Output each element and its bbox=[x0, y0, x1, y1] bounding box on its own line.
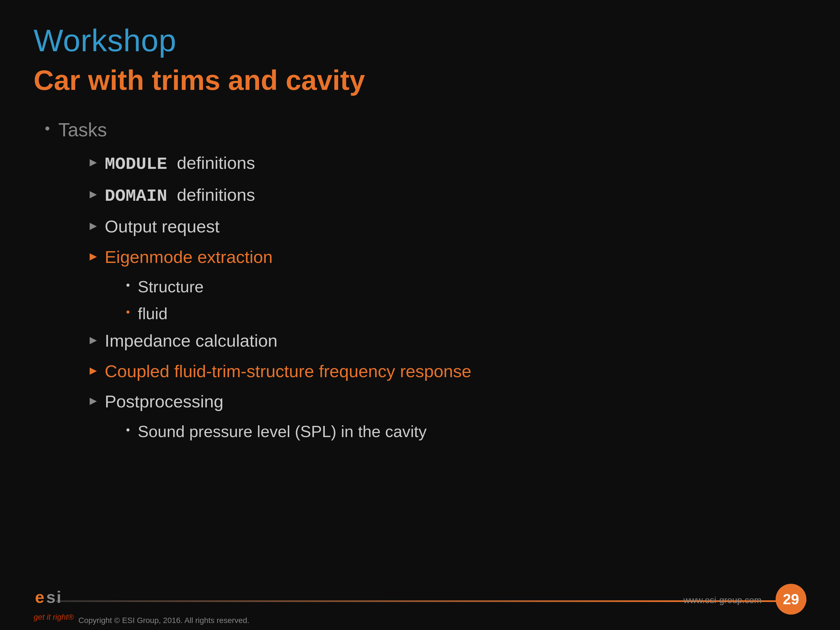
list-item: ▸ Postprocessing bbox=[90, 390, 807, 413]
list-item: ▸ Eigenmode extraction bbox=[90, 246, 807, 268]
list-item: ▸ Output request bbox=[90, 215, 807, 238]
fluid-text: fluid bbox=[138, 303, 167, 324]
list-item: ▸ Coupled fluid-trim-structure frequency… bbox=[90, 360, 807, 383]
list-item: ▸ MODULE definitions bbox=[90, 152, 807, 176]
list-item: • fluid bbox=[126, 303, 807, 324]
tasks-label: Tasks bbox=[58, 119, 107, 141]
slide-subtitle: Car with trims and cavity bbox=[33, 64, 807, 96]
item-eigenmode-text: Eigenmode extraction bbox=[105, 246, 273, 268]
logo-tagline: get it right® bbox=[33, 613, 74, 622]
circle-bullet-orange-icon: • bbox=[126, 306, 130, 317]
list-item: ▸ DOMAIN definitions bbox=[90, 184, 807, 208]
footer-website: www.esi-group.com bbox=[684, 595, 762, 605]
arrow-icon: ▸ bbox=[90, 184, 97, 203]
svg-text:i: i bbox=[57, 588, 61, 606]
svg-text:e: e bbox=[35, 588, 44, 606]
arrow-icon: ▸ bbox=[90, 246, 97, 265]
arrow-icon: ▸ bbox=[90, 152, 97, 171]
page-number-badge: 29 bbox=[775, 584, 807, 614]
tasks-bullet-icon: • bbox=[45, 121, 50, 136]
item-impedance-text: Impedance calculation bbox=[105, 330, 278, 352]
keyword-domain: DOMAIN bbox=[105, 186, 167, 206]
item-postprocessing-text: Postprocessing bbox=[105, 390, 223, 413]
arrow-icon: ▸ bbox=[90, 216, 97, 235]
page-number: 29 bbox=[783, 591, 799, 608]
slide-title: Workshop bbox=[33, 22, 807, 58]
arrow-icon: ▸ bbox=[90, 391, 97, 410]
circle-bullet-icon: • bbox=[126, 424, 130, 436]
esi-logo-svg: e s i bbox=[33, 587, 70, 613]
list-item: • Sound pressure level (SPL) in the cavi… bbox=[126, 421, 807, 442]
circle-bullet-icon: • bbox=[126, 279, 130, 291]
postprocessing-sub-items: • Sound pressure level (SPL) in the cavi… bbox=[90, 421, 807, 442]
slide-container: Workshop Car with trims and cavity • Tas… bbox=[0, 0, 840, 630]
eigenmode-sub-items: • Structure • fluid bbox=[90, 276, 807, 324]
footer-logo: e s i get it right® bbox=[33, 587, 74, 622]
structure-text: Structure bbox=[138, 276, 204, 297]
item-coupled-text: Coupled fluid-trim-structure frequency r… bbox=[105, 360, 471, 383]
sub-items-list: ▸ MODULE definitions ▸ DOMAIN definition… bbox=[45, 152, 807, 442]
keyword-module: MODULE bbox=[105, 154, 167, 174]
footer: e s i get it right® Copyright © ESI Grou… bbox=[0, 579, 840, 630]
content-area: • Tasks ▸ MODULE definitions ▸ DOMAIN de… bbox=[33, 119, 807, 442]
arrow-icon: ▸ bbox=[90, 361, 97, 380]
footer-copyright: Copyright © ESI Group, 2016. All rights … bbox=[78, 616, 249, 625]
item-domain-text: DOMAIN definitions bbox=[105, 184, 255, 208]
spl-text: Sound pressure level (SPL) in the cavity bbox=[138, 421, 427, 442]
svg-text:s: s bbox=[46, 588, 55, 606]
list-item: ▸ Impedance calculation bbox=[90, 330, 807, 352]
list-item: • Structure bbox=[126, 276, 807, 297]
tasks-item: • Tasks bbox=[45, 119, 807, 141]
arrow-icon: ▸ bbox=[90, 330, 97, 349]
item-output-text: Output request bbox=[105, 215, 219, 238]
item-module-text: MODULE definitions bbox=[105, 152, 255, 176]
